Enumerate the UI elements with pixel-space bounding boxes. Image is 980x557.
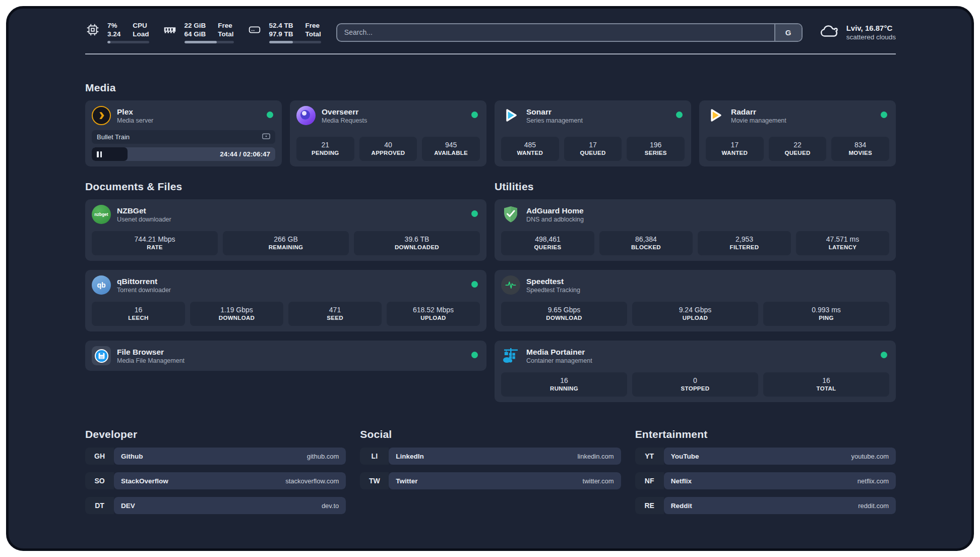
section-title-documents: Documents & Files [85, 181, 486, 193]
stat-pill: 9.24 Gbps UPLOAD [632, 302, 758, 326]
stat-label: QUERIES [502, 244, 593, 251]
link-stackoverflow[interactable]: SO StackOverflow stackoverflow.com [85, 472, 346, 489]
stat-pill: 266 GB REMAINING [223, 231, 349, 255]
cpu-usage-label: CPU [133, 21, 149, 30]
link-netflix[interactable]: NF Netflix netflix.com [635, 472, 896, 489]
pause-icon[interactable] [97, 151, 102, 157]
app-subtitle: DNS and adblocking [526, 215, 584, 224]
cpu-usage-value: 7% [107, 21, 120, 30]
link-twitter[interactable]: TW Twitter twitter.com [360, 472, 621, 489]
card-nzbget[interactable]: nzbget NZBGet Usenet downloader 744.21 M… [85, 199, 486, 261]
stat-label: QUEUED [770, 149, 826, 157]
stat-value: 834 [832, 140, 888, 149]
nzbget-icon: nzbget [92, 205, 111, 224]
card-filebrowser[interactable]: File Browser Media File Management [85, 341, 486, 371]
link-dev[interactable]: DT DEV dev.to [85, 497, 346, 514]
stat-label: RATE [93, 244, 217, 251]
ram-icon [162, 22, 177, 37]
stat-value: 21 [297, 140, 353, 149]
stat-value: 47.571 ms [797, 235, 888, 244]
weather-widget: Lviv, 16.87°C scattered clouds [819, 23, 896, 41]
app-title: Plex [117, 107, 153, 117]
app-title: NZBGet [117, 206, 171, 215]
stat-value: 39.6 TB [355, 235, 479, 244]
stat-pill: 9.65 Gbps DOWNLOAD [501, 302, 627, 326]
search-engine-button[interactable]: G [774, 24, 802, 41]
card-portainer[interactable]: Media Portainer Container management 16 … [495, 341, 896, 402]
stat-pill: 196 SERIES [627, 137, 685, 161]
link-abbr: RE [635, 497, 664, 514]
card-qbittorrent[interactable]: qb qBittorrent Torrent downloader 16 LEE… [85, 270, 486, 331]
card-adguard[interactable]: AdGuard Home DNS and adblocking 498,461 … [495, 199, 896, 261]
card-speedtest[interactable]: Speedtest Speedtest Tracking 9.65 Gbps D… [495, 270, 896, 331]
stat-value: 471 [289, 305, 381, 314]
stat-value: 498,461 [502, 235, 593, 244]
app-subtitle: Movie management [731, 117, 786, 125]
stat-label: WANTED [707, 149, 763, 157]
link-youtube[interactable]: YT YouTube youtube.com [635, 448, 896, 465]
disk-total-label: Total [305, 30, 321, 38]
section-utilities: Utilities AdGuard Home [495, 181, 896, 402]
card-overseerr[interactable]: Overseerr Media Requests 21 PENDING 40 A… [290, 100, 486, 166]
stat-label: STOPPED [633, 385, 757, 393]
stat-pill: 16 TOTAL [763, 372, 889, 397]
link-url: linkedin.com [577, 453, 614, 460]
stat-value: 1.19 Gbps [191, 305, 282, 314]
stat-label: LEECH [93, 314, 184, 322]
section-entertainment: Entertainment YT YouTube youtube.com NF … [635, 428, 896, 514]
weather-cloud-icon [819, 23, 840, 41]
nzbget-icon-text: nzbget [94, 212, 108, 217]
weather-condition: scattered clouds [846, 33, 896, 41]
cast-icon[interactable] [262, 133, 270, 141]
card-radarr[interactable]: Radarr Movie management 17 WANTED 22 QUE… [699, 100, 896, 166]
section-title-utilities: Utilities [495, 181, 896, 193]
stat-pill: 16 RUNNING [501, 372, 627, 397]
disk-icon [247, 22, 262, 37]
link-url: twitter.com [583, 477, 614, 485]
cpu-load-label: Load [133, 30, 149, 38]
qbittorrent-icon-text: qb [97, 281, 105, 289]
link-reddit[interactable]: RE Reddit reddit.com [635, 497, 896, 514]
stat-pill: 744.21 Mbps RATE [92, 231, 218, 255]
link-github[interactable]: GH Github github.com [85, 448, 346, 465]
stat-value: 2,953 [699, 235, 790, 244]
now-playing-title: Bullet Train [97, 133, 130, 141]
app-title: Sonarr [526, 107, 583, 117]
stat-value: 16 [502, 376, 626, 385]
ram-free-value: 22 GiB [185, 21, 206, 30]
playback-time: 24:44 / 02:06:47 [220, 150, 270, 158]
stat-pill: 0.993 ms PING [763, 302, 889, 326]
link-linkedin[interactable]: LI LinkedIn linkedin.com [360, 448, 621, 465]
section-title-media: Media [85, 82, 896, 94]
playback-progress-bar[interactable]: 24:44 / 02:06:47 [92, 147, 275, 161]
stat-value: 16 [93, 305, 184, 314]
section-social: Social LI LinkedIn linkedin.com TW Twitt… [360, 428, 621, 514]
stat-label: SERIES [628, 149, 684, 157]
app-title: File Browser [117, 347, 185, 357]
weather-location-temperature: Lviv, 16.87°C [846, 23, 896, 33]
ram-progress-track [185, 41, 234, 43]
stat-value: 0 [633, 376, 757, 385]
link-name: Netflix [671, 477, 692, 485]
link-name: DEV [121, 502, 135, 510]
disk-free-label: Free [305, 21, 321, 30]
stat-label: SEED [289, 314, 381, 322]
app-subtitle: Media File Management [117, 357, 185, 365]
overseerr-icon [296, 106, 316, 125]
card-plex[interactable]: Plex Media server Bullet Train [85, 100, 282, 166]
stat-pill: 618.52 Mbps UPLOAD [387, 302, 480, 326]
card-sonarr[interactable]: Sonarr Series management 485 WANTED 17 Q… [495, 100, 691, 166]
stat-value: 17 [565, 140, 621, 149]
app-title: qBittorrent [117, 276, 171, 286]
section-developer: Developer GH Github github.com SO StackO… [85, 428, 346, 514]
app-subtitle: Usenet downloader [117, 215, 171, 224]
link-name: Twitter [396, 477, 417, 485]
link-name: LinkedIn [396, 453, 424, 460]
cpu-progress-track [107, 41, 149, 43]
stat-label: MOVIES [832, 149, 888, 157]
stat-label: APPROVED [360, 149, 416, 157]
search-input[interactable] [337, 28, 774, 36]
cpu-load-value: 3.24 [107, 30, 120, 38]
search-bar[interactable]: G [336, 23, 803, 42]
stat-label: DOWNLOAD [502, 314, 626, 322]
